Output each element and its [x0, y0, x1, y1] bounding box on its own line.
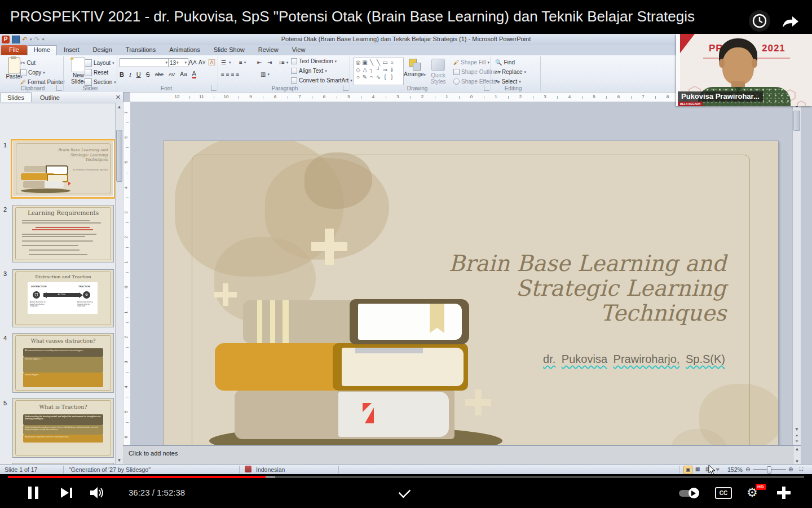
paragraph-dialog-launcher[interactable]: [343, 85, 348, 91]
scroll-up-icon[interactable]: ▲: [116, 103, 123, 111]
numbering-icon[interactable]: ≡▾: [239, 58, 246, 67]
chevron-down-icon[interactable]: [399, 486, 411, 498]
shape-fill-button[interactable]: 🖌Shape Fill▾: [453, 58, 489, 67]
columns-icon[interactable]: ▥▾: [261, 70, 270, 78]
slides-panel-scrollbar[interactable]: ▲ ▼: [115, 103, 123, 465]
slide-thumbnail-4[interactable]: What causes distraction? All human behav…: [12, 333, 114, 393]
watch-later-icon[interactable]: [748, 10, 771, 32]
notes-placeholder[interactable]: Click to add notes: [129, 450, 178, 457]
ribbon-tab[interactable]: Animations: [162, 45, 206, 55]
text-direction-button[interactable]: Text Direction▾: [291, 57, 337, 65]
pause-button[interactable]: [28, 487, 38, 501]
bold-button[interactable]: B: [120, 71, 124, 78]
reset-button[interactable]: Reset: [85, 68, 108, 77]
shape-glyph[interactable]: ╲: [375, 59, 382, 66]
clear-formatting-icon[interactable]: 🄰: [209, 58, 215, 67]
indent-increase-icon[interactable]: ⇥: [267, 58, 272, 67]
ribbon-tab[interactable]: Review: [251, 45, 285, 55]
shape-glyph[interactable]: ~: [368, 73, 375, 81]
slide-thumbnail-2[interactable]: Learning Requirements: [12, 205, 114, 262]
next-slide-icon[interactable]: ⏷: [793, 437, 801, 445]
shape-glyph[interactable]: ○: [389, 59, 395, 66]
tab-file[interactable]: File: [1, 45, 27, 55]
indent-decrease-icon[interactable]: ⇤: [257, 58, 262, 67]
progress-bar[interactable]: [8, 476, 804, 478]
underline-button[interactable]: U: [136, 71, 141, 78]
convert-smartart-button[interactable]: Convert to SmartArt▾: [291, 76, 352, 85]
clipboard-dialog-launcher[interactable]: [56, 85, 62, 91]
shape-outline-button[interactable]: Shape Outline▾: [453, 68, 501, 76]
slide-thumbnail-1[interactable]: Brain Base Learning and Strategic Learni…: [12, 141, 114, 197]
shape-glyph[interactable]: ◎: [355, 59, 361, 66]
change-case-button[interactable]: Aa: [180, 71, 187, 77]
slide-thumbnail-3[interactable]: Distraction and Traction DISTRACTION TRA…: [12, 269, 114, 327]
shape-glyph[interactable]: {: [382, 73, 389, 81]
grow-font-icon[interactable]: A˄: [188, 58, 197, 67]
slide-sorter-icon[interactable]: ▦: [694, 466, 701, 473]
strikethrough-button[interactable]: abe: [155, 72, 164, 77]
cut-button[interactable]: ✂Cut: [20, 59, 36, 67]
font-name-combo[interactable]: ▾: [120, 58, 169, 67]
shape-effects-button[interactable]: Shape Effects▾: [453, 77, 500, 86]
shadow-button[interactable]: S: [146, 71, 150, 78]
share-icon[interactable]: [779, 10, 802, 32]
shape-glyph[interactable]: ⇓: [389, 66, 395, 73]
font-color-button[interactable]: A: [192, 70, 196, 78]
shape-glyph[interactable]: ○: [355, 73, 361, 81]
shape-glyph[interactable]: ⇒: [382, 66, 389, 73]
ribbon-tab[interactable]: Home: [27, 45, 57, 55]
shape-glyph[interactable]: ◇: [355, 66, 361, 73]
current-slide[interactable]: Brain Base Learning and Strategic Learni…: [164, 141, 778, 471]
ribbon-tab[interactable]: View: [285, 45, 312, 55]
shape-glyph[interactable]: ┐: [368, 66, 375, 73]
shape-glyph[interactable]: ∿: [375, 73, 382, 81]
shrink-font-icon[interactable]: A˅: [198, 58, 206, 67]
shape-glyph[interactable]: ▭: [382, 59, 389, 66]
next-button[interactable]: [61, 488, 74, 498]
language-label[interactable]: Indonesian: [256, 466, 285, 473]
zoom-in-icon[interactable]: ⊕: [788, 466, 793, 472]
zoom-out-icon[interactable]: ⊖: [745, 466, 751, 472]
zoom-level[interactable]: 152%: [727, 466, 743, 473]
ribbon-tab[interactable]: Insert: [57, 45, 86, 55]
notes-pane[interactable]: Click to add notes ▲ ▼: [123, 445, 801, 465]
bullets-icon[interactable]: ☰▾: [221, 58, 232, 67]
scroll-up-icon[interactable]: ▲: [793, 445, 801, 453]
font-size-combo[interactable]: 13+▾: [168, 58, 188, 67]
cc-button[interactable]: CC: [715, 487, 732, 499]
tab-slides[interactable]: Slides: [0, 92, 32, 102]
italic-button[interactable]: I: [129, 71, 131, 78]
align-buttons[interactable]: ≡≡≡≡: [221, 70, 241, 78]
align-text-button[interactable]: Align Text▾: [291, 67, 327, 75]
zoom-slider-thumb[interactable]: [767, 466, 771, 474]
slide-thumbnail-5[interactable]: What is Traction? Understanding the lear…: [12, 398, 114, 458]
drawing-dialog-launcher[interactable]: [484, 85, 489, 91]
normal-view-icon[interactable]: ▣: [683, 466, 692, 474]
copy-button[interactable]: Copy▾: [20, 68, 45, 77]
exit-fullscreen-icon[interactable]: [777, 487, 791, 499]
quick-styles-button[interactable]: Quick Styles: [426, 58, 450, 85]
shape-glyph[interactable]: △: [361, 66, 368, 73]
find-button[interactable]: 🔍Find: [495, 58, 515, 67]
notes-scrollbar[interactable]: ▲ ▼: [793, 446, 801, 465]
canvas-scrollbar[interactable]: ▲ ▼ ⏶ ⏷: [792, 102, 801, 445]
scrollbar-thumb[interactable]: [793, 111, 800, 131]
shapes-gallery[interactable]: ◎▣╲╲▭○ ◇△┐┘⇒⇓ ○✎~∿{}: [353, 58, 404, 85]
close-icon[interactable]: ✕: [116, 94, 121, 101]
shape-glyph[interactable]: ┘: [375, 66, 382, 73]
font-dialog-launcher[interactable]: [211, 85, 217, 91]
char-spacing-button[interactable]: AV: [169, 72, 175, 77]
autoplay-toggle[interactable]: [679, 490, 698, 497]
replace-button[interactable]: abReplace▾: [495, 68, 526, 76]
scroll-down-icon[interactable]: ▼: [116, 456, 123, 465]
shape-glyph[interactable]: ╲: [368, 59, 375, 66]
shape-glyph[interactable]: ✎: [361, 73, 368, 81]
volume-icon[interactable]: [90, 487, 106, 499]
select-button[interactable]: ⇖Select▾: [495, 77, 521, 86]
ribbon-tab[interactable]: Design: [86, 45, 119, 55]
layout-button[interactable]: Layout▾: [85, 59, 114, 67]
ribbon-tab[interactable]: Transitions: [119, 45, 162, 55]
fit-to-window-icon[interactable]: ⛶: [797, 466, 805, 473]
arrange-button[interactable]: Arrange▾: [404, 58, 425, 78]
ribbon-tab[interactable]: Slide Show: [207, 45, 251, 55]
